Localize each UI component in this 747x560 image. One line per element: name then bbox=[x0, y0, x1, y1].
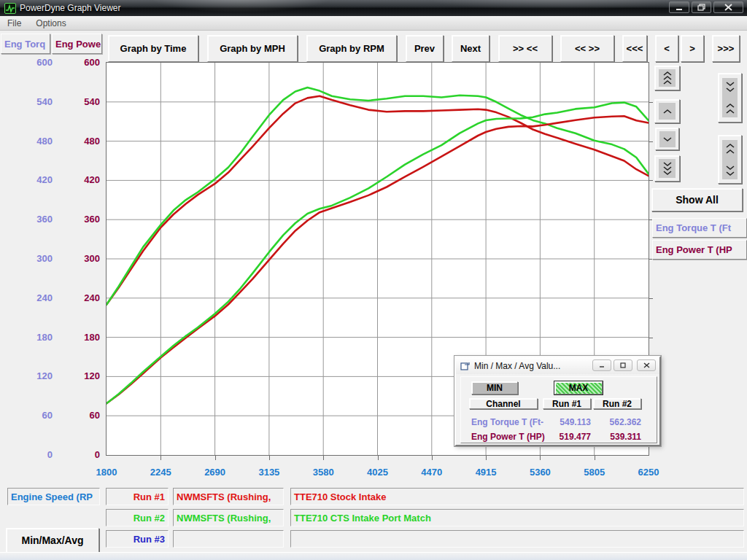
x-tick-mark bbox=[540, 456, 541, 460]
x-axis-label: 2245 bbox=[137, 467, 184, 478]
close-icon bbox=[724, 4, 732, 11]
minimize-button[interactable] bbox=[669, 1, 689, 13]
y-axis-label-torque: 600 bbox=[7, 57, 53, 69]
title-bar[interactable]: PowerDyne Graph Viewer bbox=[0, 0, 747, 16]
run3-label[interactable]: Run #3 bbox=[106, 530, 169, 548]
run3-name-field[interactable] bbox=[173, 530, 284, 548]
graph-by-time-button[interactable]: Graph by Time bbox=[108, 35, 198, 62]
zoom-out-x-button[interactable]: << >> bbox=[560, 35, 614, 62]
run2-desc-field[interactable]: TTE710 CTS Intake Port Match bbox=[290, 509, 744, 526]
window-title: PowerDyne Graph Viewer bbox=[20, 3, 121, 13]
y-scroll-up-fast-button[interactable] bbox=[654, 66, 680, 90]
run1-desc-field[interactable]: TTE710 Stock Intake bbox=[290, 488, 744, 505]
form-icon bbox=[460, 362, 471, 370]
max-toggle-button[interactable]: MAX bbox=[554, 381, 603, 394]
close-button[interactable] bbox=[713, 1, 743, 13]
next-button[interactable]: Next bbox=[452, 35, 489, 62]
scroll-left-fast-button[interactable]: <<< bbox=[622, 35, 647, 62]
minmax-titlebar[interactable]: Min / Max / Avg Valu... bbox=[456, 357, 659, 374]
chevrons-collapse-icon bbox=[725, 81, 735, 114]
y-axis-label-power: 300 bbox=[55, 253, 100, 265]
menu-options[interactable]: Options bbox=[28, 17, 73, 30]
x-axis-label: 2690 bbox=[192, 467, 239, 478]
scroll-right-button[interactable]: > bbox=[681, 35, 704, 62]
y-tick-mark bbox=[649, 141, 653, 142]
y-axis-label-power: 540 bbox=[55, 96, 100, 108]
y-axis-label-torque: 540 bbox=[7, 96, 53, 108]
column-header-run2: Run #2 bbox=[593, 398, 641, 409]
chevrons-down-triple-icon bbox=[662, 161, 673, 176]
minmax-minimize-button[interactable] bbox=[592, 359, 611, 371]
x-axis-label: 1800 bbox=[83, 467, 130, 478]
run2-name-field[interactable]: NWMSFTS (Rushing, bbox=[173, 509, 284, 526]
run1-label[interactable]: Run #1 bbox=[106, 488, 169, 505]
x-tick-mark bbox=[160, 456, 161, 460]
channel-label-torque[interactable]: Eng Torque T (Ft bbox=[652, 218, 747, 238]
zoom-in-x-button[interactable]: >> << bbox=[498, 35, 552, 62]
y-axis-label-torque: 0 bbox=[7, 449, 53, 461]
menu-bar: File Options bbox=[0, 16, 747, 31]
channel-label-power[interactable]: Eng Power T (HP bbox=[652, 240, 747, 260]
y-scroll-down-fast-button[interactable] bbox=[654, 155, 680, 182]
run3-desc-field[interactable] bbox=[290, 530, 744, 548]
y-axis-label-power: 420 bbox=[55, 174, 100, 186]
minmax-close-button[interactable] bbox=[637, 359, 656, 371]
graph-by-rpm-button[interactable]: Graph by RPM bbox=[306, 35, 397, 62]
minmax-window-title: Min / Max / Avg Valu... bbox=[474, 361, 560, 371]
restore-button[interactable] bbox=[692, 1, 711, 13]
x-axis-label: 4470 bbox=[409, 467, 455, 478]
tab-eng-torque[interactable]: Eng Torq bbox=[1, 34, 50, 54]
y-axis-label-torque: 480 bbox=[7, 136, 53, 147]
restore-icon bbox=[697, 4, 705, 11]
minmax-window[interactable]: Min / Max / Avg Valu... MIN MAX Channel … bbox=[454, 356, 661, 446]
restore-icon bbox=[620, 362, 626, 368]
chevrons-up-triple-icon bbox=[662, 71, 673, 85]
run1-name-field[interactable]: NWMSFTS (Rushing, bbox=[173, 488, 284, 505]
y-scroll-up-button[interactable] bbox=[654, 99, 680, 123]
minmax-restore-button[interactable] bbox=[614, 359, 632, 371]
y-axis-label-torque: 420 bbox=[7, 174, 53, 186]
y-scroll-down-button[interactable] bbox=[655, 128, 679, 150]
y-axis-label-torque: 60 bbox=[7, 410, 53, 421]
y-axis-label-power: 240 bbox=[55, 292, 100, 304]
chevrons-expand-icon bbox=[725, 143, 735, 176]
scroll-right-fast-button[interactable]: >>> bbox=[712, 35, 740, 62]
x-axis-label: 5360 bbox=[516, 467, 563, 478]
x-tick-mark bbox=[323, 456, 324, 460]
minmax-torque-run2-value: 562.362 bbox=[597, 417, 641, 427]
y-axis-label-torque: 240 bbox=[7, 292, 53, 304]
y-range-expand-button[interactable] bbox=[718, 135, 742, 184]
graph-by-mph-button[interactable]: Graph by MPH bbox=[207, 35, 298, 62]
x-tick-mark bbox=[595, 456, 595, 460]
y-range-collapse-button[interactable] bbox=[718, 73, 742, 122]
status-bar bbox=[0, 552, 747, 560]
y-tick-mark bbox=[649, 102, 653, 103]
run2-label[interactable]: Run #2 bbox=[106, 509, 169, 526]
x-channel-selector[interactable]: Engine Speed (RP bbox=[7, 488, 100, 505]
x-tick-mark bbox=[432, 456, 433, 460]
x-axis-label: 4915 bbox=[462, 467, 509, 478]
tab-eng-torque-label: Eng Torq bbox=[4, 39, 45, 50]
chevron-down-icon bbox=[662, 136, 673, 142]
min-toggle-button[interactable]: MIN bbox=[471, 381, 518, 394]
y-axis-label-power: 360 bbox=[55, 214, 100, 225]
x-tick-mark bbox=[269, 456, 270, 460]
minmaxavg-button[interactable]: Min/Max/Avg bbox=[6, 528, 99, 553]
x-axis-label: 6250 bbox=[625, 467, 672, 478]
x-tick-mark bbox=[486, 456, 487, 460]
x-axis-label: 3580 bbox=[300, 467, 347, 478]
show-all-button[interactable]: Show All bbox=[651, 188, 743, 211]
minmax-row-power-channel: Eng Power T (HP) bbox=[471, 432, 551, 442]
minimize-icon bbox=[676, 4, 683, 11]
column-header-channel: Channel bbox=[469, 398, 538, 409]
chevron-up-icon bbox=[662, 109, 673, 114]
app-icon bbox=[4, 3, 16, 14]
y-axis-label-torque: 360 bbox=[7, 214, 53, 225]
y-axis-label-power: 120 bbox=[55, 370, 100, 382]
prev-button[interactable]: Prev bbox=[406, 35, 444, 62]
scroll-left-button[interactable]: < bbox=[655, 35, 678, 62]
menu-file[interactable]: File bbox=[0, 17, 28, 30]
column-header-run1: Run #1 bbox=[543, 398, 591, 409]
tab-eng-power[interactable]: Eng Powe bbox=[52, 34, 102, 54]
minimize-icon bbox=[599, 363, 605, 368]
